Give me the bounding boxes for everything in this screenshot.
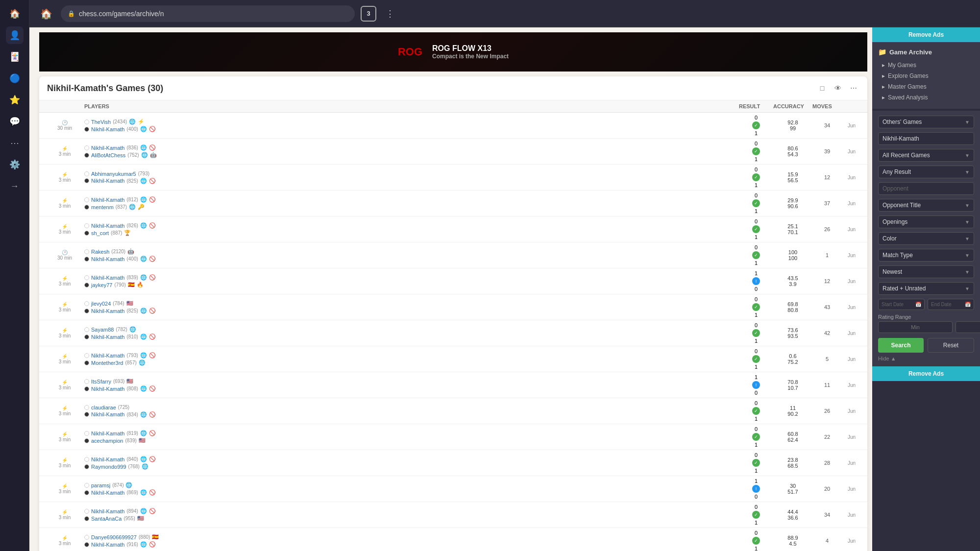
filter-section: Others' Games ▼ Nikhil-Kamath All Recent… bbox=[872, 111, 980, 366]
time-control: ⚡3 min bbox=[45, 354, 84, 364]
table-row[interactable]: ⚡3 min Nikhil-Kamath(836)🌐🚫 AliBotAtChes… bbox=[39, 139, 867, 165]
openings-select[interactable]: Openings ▼ bbox=[878, 216, 974, 228]
opponent-input[interactable] bbox=[878, 182, 974, 195]
games-header: Nikhil-Kamath's Games (30) □ 👁 ⋯ bbox=[39, 76, 867, 100]
opponent-title-select[interactable]: Opponent Title ▼ bbox=[878, 199, 974, 212]
players-cell: Nikhil-Kamath(894)🌐🚫 SantaAnaCa(955)🇺🇸 bbox=[84, 508, 739, 522]
table-row[interactable]: ⚡3 min ItsSfarry(693)🇺🇸 Nikhil-Kamath(80… bbox=[39, 372, 867, 398]
sidebar-icon-cards[interactable]: 🃏 bbox=[6, 48, 24, 66]
main-area: 🏠 🔒 chess.com/games/archive/n 3 ⋮ ROG RO… bbox=[29, 0, 980, 551]
ad-tagline: Compact is the New Impact bbox=[432, 53, 509, 60]
table-row[interactable]: ⚡3 min Nikhil-Kamath(812)🌐🚫 mentenm(837)… bbox=[39, 191, 867, 216]
game-archive-title: 📁 Game Archive bbox=[878, 48, 974, 56]
result-cell: 0✓1 bbox=[739, 218, 773, 240]
download-icon[interactable]: ⋯ bbox=[848, 82, 859, 94]
result-select[interactable]: Any Result ▼ bbox=[878, 166, 974, 178]
chevron-down-icon: ▼ bbox=[965, 153, 970, 158]
match-type-select[interactable]: Match Type ▼ bbox=[878, 249, 974, 262]
remove-ads-top[interactable]: Remove Ads bbox=[872, 27, 980, 42]
table-row[interactable]: ⚡3 min Danye6906699927(880)🇪🇸 Nikhil-Kam… bbox=[39, 528, 867, 551]
color-select[interactable]: Color ▼ bbox=[878, 232, 974, 245]
opponent-title-filter: Opponent Title ▼ bbox=[878, 199, 974, 212]
time-control: 🕐 30 min bbox=[45, 120, 84, 131]
left-sidebar: 🏠 👤 🃏 🔵 ⭐ 💬 ⋯ ⚙️ → bbox=[0, 0, 29, 551]
table-row[interactable]: ⚡3 min Abhimanyukumar5(793) Nikhil-Kamat… bbox=[39, 165, 867, 191]
moves-cell: 5 bbox=[812, 356, 842, 362]
table-row[interactable]: ⚡3 min jlevy024(784)🇺🇸 Nikhil-Kamath(825… bbox=[39, 294, 867, 320]
ad-logo: ROG bbox=[398, 46, 422, 58]
remove-ads-bottom[interactable]: Remove Ads bbox=[872, 366, 980, 381]
date-cell: Jun bbox=[842, 227, 861, 232]
moves-cell: 20 bbox=[812, 486, 842, 492]
chevron-down-icon: ▼ bbox=[965, 269, 970, 275]
date-cell: Jun bbox=[842, 279, 861, 284]
table-row[interactable]: ⚡3 min Sayam88(782)🌐 Nikhil-Kamath(810)🌐… bbox=[39, 320, 867, 346]
rating-range-label: Rating Range bbox=[878, 314, 974, 320]
accuracy-cell: 3051.7 bbox=[773, 483, 812, 495]
search-button[interactable]: Search bbox=[878, 338, 924, 353]
sidebar-icon-circle[interactable]: 🔵 bbox=[6, 70, 24, 87]
reset-button[interactable]: Reset bbox=[928, 338, 974, 353]
browser-tab-count[interactable]: 3 bbox=[361, 6, 376, 22]
time-control: ⚡3 min bbox=[45, 172, 84, 183]
openings-filter: Openings ▼ bbox=[878, 216, 974, 228]
end-date-input[interactable]: End Date 📅 bbox=[928, 299, 974, 310]
accuracy-cell: 23.868.5 bbox=[773, 457, 812, 469]
table-row[interactable]: ⚡3 min Nikhil-Kamath(819)🌐🚫 acechampion(… bbox=[39, 424, 867, 450]
moves-cell: 43 bbox=[812, 304, 842, 310]
sidebar-icon-chat[interactable]: 💬 bbox=[6, 113, 24, 130]
arrow-icon: ▸ bbox=[882, 94, 885, 101]
sidebar-icon-arrow[interactable]: → bbox=[6, 177, 24, 195]
game-archive-section: 📁 Game Archive ▸ My Games ▸ Explore Game… bbox=[872, 42, 980, 109]
archive-menu-saved-analysis[interactable]: ▸ Saved Analysis bbox=[878, 92, 974, 103]
hide-link[interactable]: Hide ▲ bbox=[878, 356, 974, 361]
view-icon[interactable]: 👁 bbox=[832, 82, 844, 94]
browser-url-bar[interactable]: 🔒 chess.com/games/archive/n bbox=[61, 5, 355, 22]
table-row[interactable]: ⚡3 min Nikhil-Kamath(793)🌐🚫 Montether3rd… bbox=[39, 346, 867, 372]
result-cell: 0 ✓ 1 bbox=[739, 115, 773, 136]
time-control: ⚡3 min bbox=[45, 380, 84, 390]
time-control: ⚡3 min bbox=[45, 431, 84, 442]
rated-select[interactable]: Rated + Unrated ▼ bbox=[878, 282, 974, 295]
table-row[interactable]: ⚡3 min Nikhil-Kamath(894)🌐🚫 SantaAnaCa(9… bbox=[39, 502, 867, 528]
table-row[interactable]: 🕐 30 min TheVish(2434)🌐⚡ Nikhil-Kamath(4… bbox=[39, 113, 867, 139]
table-row[interactable]: ⚡3 min paramsj(874)🌐 Nikhil-Kamath(869)🌐… bbox=[39, 476, 867, 502]
accuracy-cell: 69.880.8 bbox=[773, 301, 812, 313]
others-games-filter: Others' Games ▼ bbox=[878, 116, 974, 128]
table-row[interactable]: 🕐30 min Rakesh(2120)🤖 Nikhil-Kamath(400)… bbox=[39, 242, 867, 268]
sidebar-icon-home[interactable]: 🏠 bbox=[6, 5, 24, 23]
recent-games-select[interactable]: All Recent Games ▼ bbox=[878, 149, 974, 162]
rating-max-input[interactable] bbox=[956, 321, 980, 333]
accuracy-cell: 43.53.9 bbox=[773, 275, 812, 287]
time-control: ⚡3 min bbox=[45, 276, 84, 287]
date-cell: Jun bbox=[842, 512, 861, 518]
result-cell: 0✓1 bbox=[739, 192, 773, 214]
others-games-select[interactable]: Others' Games ▼ bbox=[878, 116, 974, 128]
games-header-actions: □ 👁 ⋯ bbox=[816, 82, 859, 94]
sidebar-icon-profile[interactable]: 👤 bbox=[6, 26, 24, 44]
sidebar-icon-star[interactable]: ⭐ bbox=[6, 91, 24, 109]
accuracy-cell: 25.170.1 bbox=[773, 223, 812, 235]
start-date-input[interactable]: Start Date 📅 bbox=[878, 299, 925, 310]
browser-menu-button[interactable]: ⋮ bbox=[382, 6, 398, 22]
sidebar-icon-more[interactable]: ⋯ bbox=[6, 134, 24, 152]
newest-select[interactable]: Newest ▼ bbox=[878, 265, 974, 278]
copy-icon[interactable]: □ bbox=[816, 82, 828, 94]
rating-min-input[interactable] bbox=[878, 321, 953, 333]
archive-icon: 📁 bbox=[878, 48, 886, 56]
archive-menu-explore-games[interactable]: ▸ Explore Games bbox=[878, 71, 974, 81]
table-row[interactable]: ⚡3 min Nikhil-Kamath(839)🌐🚫 jaykey77(790… bbox=[39, 268, 867, 294]
browser-home-button[interactable]: 🏠 bbox=[37, 5, 55, 23]
table-header: Players Result Accuracy Moves bbox=[39, 100, 867, 113]
table-row[interactable]: ⚡3 min claudiarae(725) Nikhil-Kamath(834… bbox=[39, 398, 867, 424]
time-control: ⚡3 min bbox=[45, 406, 84, 416]
table-row[interactable]: ⚡3 min Nikhil-Kamath(840)🌐🚫 Raymondo999(… bbox=[39, 450, 867, 476]
date-range-filter: Start Date 📅 End Date 📅 bbox=[878, 299, 974, 310]
archive-menu-master-games[interactable]: ▸ Master Games bbox=[878, 81, 974, 92]
archive-menu-my-games[interactable]: ▸ My Games bbox=[878, 60, 974, 71]
calendar-icon: 📅 bbox=[965, 302, 971, 307]
players-cell: claudiarae(725) Nikhil-Kamath(834)🌐🚫 bbox=[84, 405, 739, 418]
games-title: Nikhil-Kamath's Games (30) bbox=[47, 83, 163, 94]
table-row[interactable]: ⚡3 min Nikhil-Kamath(826)🌐🚫 sh_cort(887)… bbox=[39, 216, 867, 242]
sidebar-icon-settings[interactable]: ⚙️ bbox=[6, 156, 24, 173]
